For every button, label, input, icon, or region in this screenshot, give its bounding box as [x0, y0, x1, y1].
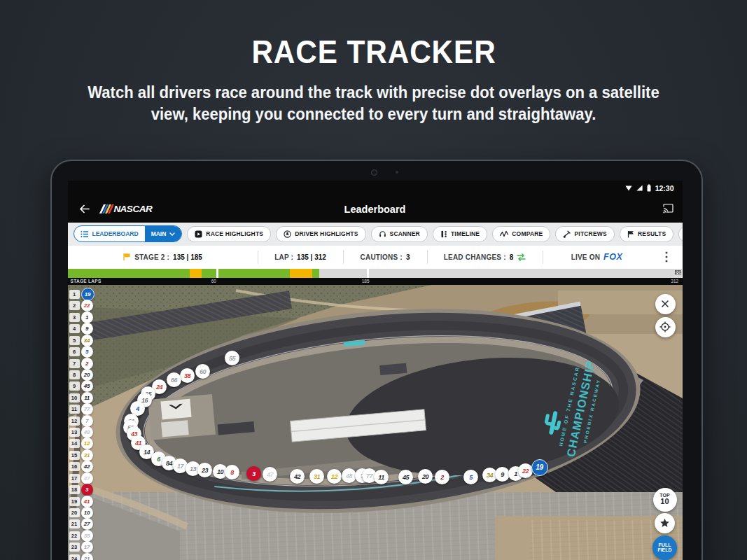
- compare-icon: [500, 230, 508, 237]
- driver-dot-car-47[interactable]: 47: [263, 467, 277, 482]
- tab-results[interactable]: RESULTS: [620, 226, 673, 242]
- driver-dot-car-23[interactable]: 23: [197, 463, 212, 477]
- car-number-badge: 35: [81, 530, 93, 542]
- page-title: RACE TRACKER: [0, 32, 747, 71]
- stat-lap: LAP :135 | 312: [258, 251, 343, 264]
- stage-flag-icon: [123, 253, 131, 261]
- locate-button[interactable]: [655, 317, 676, 337]
- kebab-icon: [665, 251, 668, 262]
- headset-icon: [379, 230, 386, 237]
- driver-dot-car-31[interactable]: 31: [309, 469, 324, 484]
- top-10-button[interactable]: TOP10: [653, 488, 677, 512]
- position-number: 16: [69, 462, 80, 471]
- driver-dot-car-42[interactable]: 42: [290, 469, 305, 484]
- tab-timeline[interactable]: TIMELINE: [433, 226, 487, 242]
- position-number: 11: [69, 405, 80, 414]
- stage-segment-3: [369, 269, 682, 278]
- tab-label: SCANNER: [390, 230, 420, 237]
- tab-compare[interactable]: COMPARE: [492, 226, 550, 242]
- car-number-badge: 48: [81, 426, 93, 438]
- stat-label: STAGE 2 :: [134, 253, 169, 261]
- stage-laps-label: STAGE LAPS: [71, 279, 102, 284]
- driver-dot-car-48[interactable]: 48: [342, 468, 356, 483]
- tablet-frame: 12:30 NASCAR Leaderboard L: [50, 160, 703, 560]
- tab-scanner[interactable]: SCANNER: [371, 226, 428, 242]
- driver-dot-car-66[interactable]: 66: [167, 372, 181, 387]
- driver-dot-car-9[interactable]: 9: [495, 467, 510, 482]
- position-number: 5: [69, 336, 80, 345]
- car-number-badge: 5: [81, 346, 93, 358]
- stat-live-on: LIVE ONFOX: [543, 251, 651, 264]
- screen-title: Leaderboard: [68, 204, 683, 215]
- tab-label: COMPARE: [512, 230, 543, 237]
- sensor-icon: [396, 171, 398, 174]
- driver-dot-car-19[interactable]: 19: [531, 459, 548, 476]
- driver-dot-car-3[interactable]: 3: [246, 466, 261, 481]
- car-number-badge: 11: [81, 392, 93, 404]
- status-bar: 12:30: [68, 181, 683, 196]
- car-number-badge: 42: [81, 461, 93, 472]
- tab-label: PITCREWS: [574, 230, 606, 237]
- stat-label: LAP :: [274, 253, 293, 261]
- driver-dot-car-20[interactable]: 20: [418, 469, 433, 484]
- tab-leaderboard[interactable]: LEADERBOARDMAIN: [74, 225, 183, 242]
- favorites-button[interactable]: [655, 513, 675, 533]
- flag-icon: [627, 230, 634, 238]
- overflow-menu-button[interactable]: [651, 246, 682, 269]
- position-number: 7: [69, 359, 80, 368]
- position-number: 23: [69, 542, 80, 552]
- driver-dot-car-8[interactable]: 8: [225, 465, 239, 479]
- stat-stage: STAGE 2 :135 | 185: [68, 251, 258, 264]
- driver-dot-car-2[interactable]: 2: [435, 470, 449, 484]
- car-number-badge: 41: [81, 496, 93, 507]
- driver-dot-car-45[interactable]: 45: [398, 470, 413, 484]
- play-icon: [195, 230, 202, 238]
- camera-icon: [371, 169, 377, 176]
- driver-dot-car-55[interactable]: 55: [225, 351, 239, 365]
- car-number-badge: 27: [81, 518, 93, 530]
- driver-dot-car-22[interactable]: 22: [518, 463, 533, 478]
- stage-segment-1: [68, 269, 216, 278]
- timeline-icon: [440, 230, 447, 238]
- car-number-badge: 1: [81, 312, 93, 323]
- close-button[interactable]: [655, 294, 676, 314]
- race-track-satellite-map[interactable]: HOME OF THE NASCAR CHAMPIONSHIP PHOENIX …: [68, 285, 683, 560]
- feature-tab-bar: LEADERBOARDMAINRACE HIGHLIGHTSDRIVER HIG…: [68, 223, 683, 246]
- checkered-flag-icon: [675, 270, 681, 276]
- stat-lead-changes: LEAD CHANGES :8: [427, 251, 543, 264]
- position-number: 13: [69, 428, 80, 437]
- list-icon: [81, 230, 89, 238]
- car-number-badge: 22: [81, 300, 93, 312]
- tab-track-info[interactable]: TRACK INFO: [678, 226, 682, 242]
- lap-marker: 60: [211, 279, 216, 284]
- tab-label: RACE HIGHLIGHTS: [206, 230, 263, 237]
- tab-pitcrews[interactable]: PITCREWS: [555, 226, 614, 242]
- car-number-badge: 19: [81, 288, 95, 301]
- stat-value: 8: [510, 253, 514, 261]
- position-number: 2: [69, 301, 80, 310]
- subtitle-line-2: view, keeping you connected to every tur…: [15, 104, 732, 125]
- driver-dot-car-12[interactable]: 12: [327, 469, 342, 484]
- position-number: 3: [69, 313, 80, 322]
- full-field-button[interactable]: FULLFIELD: [652, 536, 677, 560]
- position-number: 10: [69, 393, 80, 402]
- tab-leaderboard-main-dropdown[interactable]: MAIN: [145, 226, 182, 241]
- tab-driver-highlights[interactable]: DRIVER HIGHLIGHTS: [276, 226, 365, 242]
- driver-dot-car-11[interactable]: 11: [374, 470, 389, 484]
- car-number-badge: 9: [81, 323, 93, 335]
- position-number: 20: [69, 508, 80, 517]
- driver-dot-car-38[interactable]: 38: [180, 368, 195, 383]
- position-number: 22: [69, 531, 80, 540]
- tab-race-highlights[interactable]: RACE HIGHLIGHTS: [187, 226, 271, 242]
- position-number: 12: [69, 416, 80, 426]
- stat-value: FOX: [603, 252, 622, 262]
- top-10-label: TOP10: [659, 493, 669, 506]
- app-header: NASCAR Leaderboard: [68, 196, 683, 223]
- car-number-badge: 12: [81, 438, 93, 449]
- driver-dot-car-5[interactable]: 5: [463, 470, 478, 484]
- close-icon: [661, 300, 669, 308]
- tab-label: LEADERBOARD: [92, 230, 139, 237]
- cast-icon[interactable]: [662, 204, 673, 214]
- car-number-badge: 21: [81, 553, 93, 560]
- driver-dot-car-60[interactable]: 60: [195, 364, 210, 379]
